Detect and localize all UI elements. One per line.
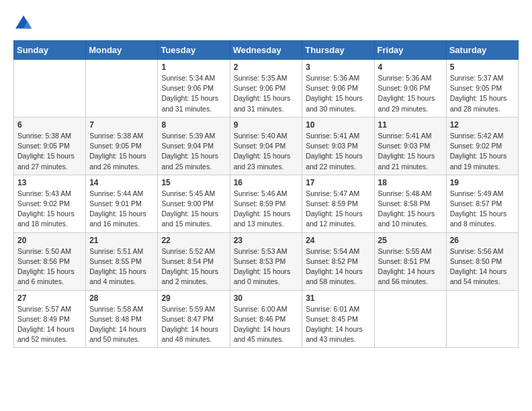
calendar-cell: 22Sunrise: 5:52 AM Sunset: 8:54 PM Dayli… [158, 232, 230, 290]
day-info: Sunrise: 5:38 AM Sunset: 9:05 PM Dayligh… [89, 131, 154, 172]
calendar-cell: 7Sunrise: 5:38 AM Sunset: 9:05 PM Daylig… [86, 117, 158, 175]
day-number: 28 [89, 293, 154, 303]
calendar-cell: 30Sunrise: 6:00 AM Sunset: 8:46 PM Dayli… [230, 290, 302, 348]
day-number: 7 [89, 120, 154, 130]
day-number: 31 [306, 293, 370, 303]
col-header-sunday: Sunday [14, 41, 86, 60]
calendar-cell: 14Sunrise: 5:44 AM Sunset: 9:01 PM Dayli… [86, 175, 158, 232]
calendar-cell [374, 290, 446, 348]
day-number: 2 [234, 62, 299, 72]
day-number: 22 [161, 236, 226, 245]
day-number: 29 [161, 293, 226, 303]
calendar-cell: 28Sunrise: 5:58 AM Sunset: 8:48 PM Dayli… [86, 290, 158, 348]
calendar-week-row: 20Sunrise: 5:50 AM Sunset: 8:56 PM Dayli… [14, 232, 519, 290]
day-number: 16 [234, 178, 299, 187]
col-header-friday: Friday [374, 41, 446, 60]
day-info: Sunrise: 5:43 AM Sunset: 9:02 PM Dayligh… [17, 189, 82, 230]
day-info: Sunrise: 5:52 AM Sunset: 8:54 PM Dayligh… [161, 246, 226, 287]
day-number: 21 [89, 236, 154, 245]
day-info: Sunrise: 5:50 AM Sunset: 8:56 PM Dayligh… [17, 246, 82, 287]
day-info: Sunrise: 5:54 AM Sunset: 8:52 PM Dayligh… [306, 246, 370, 287]
day-number: 10 [306, 120, 370, 130]
col-header-thursday: Thursday [302, 41, 374, 60]
calendar-cell: 16Sunrise: 5:46 AM Sunset: 8:59 PM Dayli… [230, 175, 302, 232]
calendar-cell: 11Sunrise: 5:41 AM Sunset: 9:03 PM Dayli… [374, 117, 446, 175]
day-number: 1 [161, 62, 226, 72]
day-info: Sunrise: 5:55 AM Sunset: 8:51 PM Dayligh… [378, 246, 443, 287]
day-info: Sunrise: 5:59 AM Sunset: 8:47 PM Dayligh… [161, 304, 226, 345]
day-number: 26 [450, 236, 515, 245]
day-info: Sunrise: 5:37 AM Sunset: 9:05 PM Dayligh… [450, 73, 515, 114]
col-header-saturday: Saturday [446, 41, 518, 60]
logo-icon [13, 13, 34, 34]
calendar-cell: 27Sunrise: 5:57 AM Sunset: 8:49 PM Dayli… [14, 290, 86, 348]
calendar-cell: 5Sunrise: 5:37 AM Sunset: 9:05 PM Daylig… [446, 60, 518, 118]
day-info: Sunrise: 5:39 AM Sunset: 9:04 PM Dayligh… [161, 131, 226, 172]
day-number: 13 [17, 178, 82, 187]
day-info: Sunrise: 6:00 AM Sunset: 8:46 PM Dayligh… [234, 304, 299, 345]
day-number: 19 [450, 178, 515, 187]
col-header-monday: Monday [86, 41, 158, 60]
calendar-cell: 31Sunrise: 6:01 AM Sunset: 8:45 PM Dayli… [302, 290, 374, 348]
day-info: Sunrise: 5:47 AM Sunset: 8:59 PM Dayligh… [306, 189, 370, 230]
day-number: 24 [306, 236, 370, 245]
day-number: 20 [17, 236, 82, 245]
day-number: 6 [17, 120, 82, 130]
day-info: Sunrise: 5:56 AM Sunset: 8:50 PM Dayligh… [450, 246, 515, 287]
day-info: Sunrise: 5:36 AM Sunset: 9:06 PM Dayligh… [378, 73, 443, 114]
day-number: 30 [234, 293, 299, 303]
calendar-cell: 2Sunrise: 5:35 AM Sunset: 9:06 PM Daylig… [230, 60, 302, 118]
col-header-tuesday: Tuesday [158, 41, 230, 60]
day-info: Sunrise: 5:58 AM Sunset: 8:48 PM Dayligh… [89, 304, 154, 345]
calendar-cell [86, 60, 158, 118]
day-info: Sunrise: 6:01 AM Sunset: 8:45 PM Dayligh… [306, 304, 370, 345]
calendar-cell: 4Sunrise: 5:36 AM Sunset: 9:06 PM Daylig… [374, 60, 446, 118]
day-number: 23 [234, 236, 299, 245]
calendar-cell: 8Sunrise: 5:39 AM Sunset: 9:04 PM Daylig… [158, 117, 230, 175]
day-info: Sunrise: 5:41 AM Sunset: 9:03 PM Dayligh… [306, 131, 370, 172]
day-info: Sunrise: 5:49 AM Sunset: 8:57 PM Dayligh… [450, 189, 515, 230]
calendar-cell: 12Sunrise: 5:42 AM Sunset: 9:02 PM Dayli… [446, 117, 518, 175]
calendar-cell: 20Sunrise: 5:50 AM Sunset: 8:56 PM Dayli… [14, 232, 86, 290]
calendar-cell: 18Sunrise: 5:48 AM Sunset: 8:58 PM Dayli… [374, 175, 446, 232]
calendar-week-row: 6Sunrise: 5:38 AM Sunset: 9:05 PM Daylig… [14, 117, 519, 175]
day-info: Sunrise: 5:48 AM Sunset: 8:58 PM Dayligh… [378, 189, 443, 230]
day-info: Sunrise: 5:46 AM Sunset: 8:59 PM Dayligh… [234, 189, 299, 230]
calendar-cell: 19Sunrise: 5:49 AM Sunset: 8:57 PM Dayli… [446, 175, 518, 232]
day-info: Sunrise: 5:51 AM Sunset: 8:55 PM Dayligh… [89, 246, 154, 287]
day-number: 14 [89, 178, 154, 187]
calendar-cell: 17Sunrise: 5:47 AM Sunset: 8:59 PM Dayli… [302, 175, 374, 232]
day-info: Sunrise: 5:57 AM Sunset: 8:49 PM Dayligh… [17, 304, 82, 345]
calendar-cell: 9Sunrise: 5:40 AM Sunset: 9:04 PM Daylig… [230, 117, 302, 175]
calendar-cell: 10Sunrise: 5:41 AM Sunset: 9:03 PM Dayli… [302, 117, 374, 175]
page-header [13, 13, 519, 34]
col-header-wednesday: Wednesday [230, 41, 302, 60]
calendar-cell: 1Sunrise: 5:34 AM Sunset: 9:06 PM Daylig… [158, 60, 230, 118]
day-info: Sunrise: 5:45 AM Sunset: 9:00 PM Dayligh… [161, 189, 226, 230]
day-number: 11 [378, 120, 443, 130]
day-number: 5 [450, 62, 515, 72]
calendar-header-row: SundayMondayTuesdayWednesdayThursdayFrid… [14, 41, 519, 60]
calendar-table: SundayMondayTuesdayWednesdayThursdayFrid… [13, 40, 519, 348]
day-info: Sunrise: 5:40 AM Sunset: 9:04 PM Dayligh… [234, 131, 299, 172]
day-info: Sunrise: 5:53 AM Sunset: 8:53 PM Dayligh… [234, 246, 299, 287]
calendar-cell: 24Sunrise: 5:54 AM Sunset: 8:52 PM Dayli… [302, 232, 374, 290]
calendar-cell: 13Sunrise: 5:43 AM Sunset: 9:02 PM Dayli… [14, 175, 86, 232]
day-info: Sunrise: 5:36 AM Sunset: 9:06 PM Dayligh… [306, 73, 370, 114]
day-info: Sunrise: 5:38 AM Sunset: 9:05 PM Dayligh… [17, 131, 82, 172]
day-info: Sunrise: 5:34 AM Sunset: 9:06 PM Dayligh… [161, 73, 226, 114]
calendar-cell: 6Sunrise: 5:38 AM Sunset: 9:05 PM Daylig… [14, 117, 86, 175]
calendar-cell: 21Sunrise: 5:51 AM Sunset: 8:55 PM Dayli… [86, 232, 158, 290]
calendar-cell: 26Sunrise: 5:56 AM Sunset: 8:50 PM Dayli… [446, 232, 518, 290]
day-number: 25 [378, 236, 443, 245]
calendar-cell: 15Sunrise: 5:45 AM Sunset: 9:00 PM Dayli… [158, 175, 230, 232]
calendar-cell: 25Sunrise: 5:55 AM Sunset: 8:51 PM Dayli… [374, 232, 446, 290]
calendar-cell [14, 60, 86, 118]
day-info: Sunrise: 5:41 AM Sunset: 9:03 PM Dayligh… [378, 131, 443, 172]
day-info: Sunrise: 5:44 AM Sunset: 9:01 PM Dayligh… [89, 189, 154, 230]
day-number: 12 [450, 120, 515, 130]
day-number: 27 [17, 293, 82, 303]
calendar-week-row: 13Sunrise: 5:43 AM Sunset: 9:02 PM Dayli… [14, 175, 519, 232]
day-number: 9 [234, 120, 299, 130]
logo [13, 13, 36, 34]
